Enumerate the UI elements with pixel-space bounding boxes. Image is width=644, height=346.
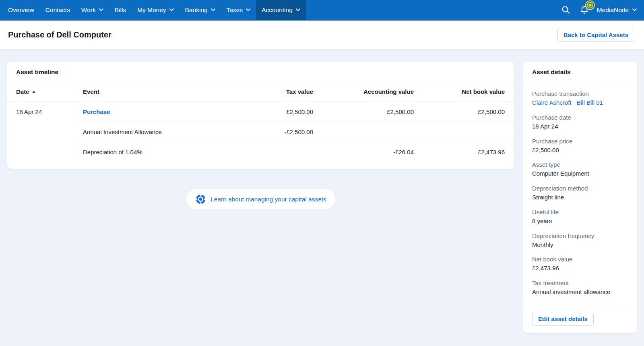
cell-accounting-value: [313, 122, 414, 142]
field-purchase-date: Purchase date 18 Apr 24: [532, 114, 628, 131]
cell-date: [7, 122, 79, 142]
nav-label: Work: [81, 6, 96, 14]
field-value: 8 years: [532, 217, 628, 226]
page-title: Purchase of Dell Computer: [8, 30, 111, 39]
field-value: Computer Equipment: [532, 169, 628, 178]
asset-details-footer: Edit asset details: [523, 305, 637, 333]
field-value: 18 Apr 24: [532, 122, 628, 131]
field-value: Straight line: [532, 193, 628, 202]
nav-utilities: MediaNode: [559, 0, 638, 20]
asset-details-title: Asset details: [523, 62, 637, 82]
table-row-depreciation: Depreciation of 1.04% -£26.04 £2,473.96: [7, 142, 514, 162]
cell-event: Annual Investment Allowance: [79, 122, 225, 142]
field-value: £2,500.00: [532, 146, 628, 155]
nav-label: Taxes: [227, 6, 243, 14]
table-bottom-padding: [7, 162, 514, 169]
timeline-header-row: Date Event Tax value Accounting value Ne…: [7, 82, 514, 102]
field-useful-life: Useful life 8 years: [532, 209, 628, 226]
field-purchase-price: Purchase price £2,500.00: [532, 138, 628, 155]
nav-item-bills[interactable]: Bills: [109, 0, 132, 20]
cell-tax-value: -£2,500.00: [225, 122, 313, 142]
nav-label: Overview: [8, 6, 34, 14]
sort-ascending-icon: [32, 91, 35, 93]
column-header-label: Date: [16, 88, 29, 95]
chevron-down-icon: [169, 8, 174, 11]
cell-event: Depreciation of 1.04%: [79, 142, 225, 162]
field-value: Claire Ashcroft - Bill Bill 01: [532, 98, 628, 107]
field-label: Purchase transaction: [532, 90, 628, 97]
cell-date: [7, 142, 79, 162]
field-tax-treatment: Tax treatment Annual investment allowanc…: [532, 280, 628, 296]
top-navigation: Overview Contacts Work Bills My Money Ba…: [0, 0, 644, 21]
search-icon: [561, 5, 570, 15]
search-button[interactable]: [559, 3, 573, 17]
asset-details-card: Asset details Purchase transaction Clair…: [523, 62, 637, 333]
field-label: Purchase date: [532, 114, 628, 121]
chevron-down-icon: [296, 8, 300, 11]
cell-date: 18 Apr 24: [7, 102, 79, 122]
nav-label: My Money: [137, 6, 166, 14]
life-ring-icon: [195, 194, 206, 205]
learn-link-label: Learn about managing your capital assets: [211, 196, 326, 203]
nav-item-accounting[interactable]: Accounting: [256, 0, 306, 20]
nav-item-banking[interactable]: Banking: [180, 0, 221, 20]
field-label: Net book value: [532, 256, 628, 263]
column-header-net-book-value: Net book value: [414, 82, 514, 101]
account-name: MediaNode: [597, 6, 629, 14]
nav-item-overview[interactable]: Overview: [2, 0, 40, 20]
page-header: Purchase of Dell Computer Back to Capita…: [0, 21, 644, 50]
column-header-accounting-value: Accounting value: [313, 82, 414, 101]
cell-tax-value: [225, 142, 313, 162]
cell-net-book-value: £2,500.00: [414, 102, 514, 122]
asset-details-fields: Purchase transaction Claire Ashcroft - B…: [523, 82, 637, 305]
cell-net-book-value: £2,473.96: [414, 142, 514, 162]
field-label: Asset type: [532, 161, 628, 168]
content-area: Asset timeline Date Event Tax value Acco…: [0, 50, 644, 333]
nav-item-work[interactable]: Work: [76, 0, 109, 20]
column-header-date[interactable]: Date: [7, 82, 79, 101]
cell-event: Purchase: [79, 102, 225, 122]
field-value: Annual investment allowance: [532, 288, 628, 296]
chevron-down-icon: [99, 8, 103, 11]
nav-item-contacts[interactable]: Contacts: [40, 0, 76, 20]
cell-tax-value: £2,500.00: [225, 102, 313, 122]
learn-capital-assets-link[interactable]: Learn about managing your capital assets: [186, 189, 335, 209]
sidebar-column: Asset details Purchase transaction Clair…: [523, 62, 637, 333]
field-label: Depreciation frequency: [532, 232, 628, 239]
nav-label: Banking: [185, 6, 208, 14]
table-row-annual-investment-allowance: Annual Investment Allowance -£2,500.00: [7, 122, 514, 142]
edit-asset-details-button[interactable]: Edit asset details: [532, 312, 594, 326]
back-to-capital-assets-button[interactable]: Back to Capital Assets: [557, 28, 634, 42]
field-label: Depreciation method: [532, 185, 628, 192]
purchase-transaction-link[interactable]: Claire Ashcroft - Bill Bill 01: [532, 99, 603, 106]
field-value: £2,473.96: [532, 264, 628, 273]
chevron-down-icon: [246, 8, 250, 11]
notifications-button[interactable]: [578, 3, 591, 17]
column-header-tax-value: Tax value: [225, 82, 313, 101]
nav-label: Bills: [115, 6, 126, 14]
notification-alert-badge: [584, 0, 596, 11]
field-label: Tax treatment: [532, 280, 628, 286]
nav-label: Contacts: [45, 6, 70, 14]
account-menu[interactable]: MediaNode: [596, 6, 638, 14]
main-column: Asset timeline Date Event Tax value Acco…: [7, 62, 514, 209]
column-header-event: Event: [79, 82, 225, 101]
nav-item-taxes[interactable]: Taxes: [221, 0, 256, 20]
field-depreciation-frequency: Depreciation frequency Monthly: [532, 232, 628, 249]
cell-net-book-value: [414, 122, 514, 142]
nav-item-my-money[interactable]: My Money: [132, 0, 180, 20]
chevron-down-icon: [632, 8, 637, 11]
field-label: Useful life: [532, 209, 628, 215]
field-net-book-value: Net book value £2,473.96: [532, 256, 628, 273]
nav-label: Accounting: [262, 6, 293, 14]
cell-accounting-value: -£26.04: [313, 142, 414, 162]
asset-timeline-title: Asset timeline: [7, 62, 514, 82]
chevron-down-icon: [211, 8, 215, 11]
nav-menu: Overview Contacts Work Bills My Money Ba…: [2, 0, 306, 20]
field-label: Purchase price: [532, 138, 628, 145]
asset-timeline-card: Asset timeline Date Event Tax value Acco…: [7, 62, 514, 169]
cell-accounting-value: £2,500.00: [313, 102, 414, 122]
purchase-event-link[interactable]: Purchase: [83, 108, 110, 115]
field-value: Monthly: [532, 240, 628, 249]
field-asset-type: Asset type Computer Equipment: [532, 161, 628, 178]
